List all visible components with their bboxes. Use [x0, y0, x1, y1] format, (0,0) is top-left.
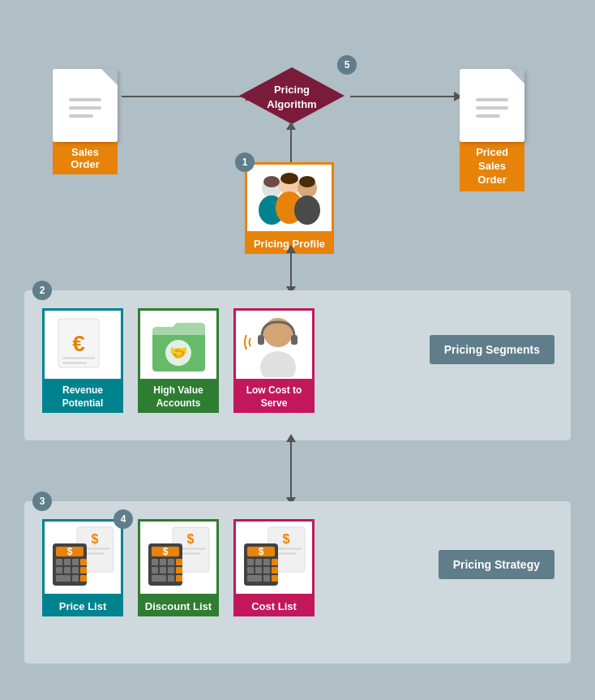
svg-rect-79: [272, 575, 278, 582]
priced-doc-lines-icon: [476, 97, 508, 122]
badge-4: 4: [113, 509, 133, 529]
svg-text:$: $: [162, 546, 168, 557]
svg-rect-53: [168, 559, 174, 565]
svg-rect-42: [72, 575, 79, 582]
priced-sales-order-node: Priced SalesOrder: [460, 69, 524, 191]
calc-doc-teal-icon: $ $: [49, 523, 118, 592]
svg-rect-2: [69, 114, 93, 118]
svg-text:$: $: [282, 532, 289, 546]
discount-list-label: Discount List: [138, 596, 219, 616]
svg-rect-37: [56, 567, 62, 573]
arrow-s2-to-s3: [290, 440, 292, 499]
svg-rect-35: [72, 559, 79, 565]
svg-rect-78: [263, 575, 270, 582]
svg-text:$: $: [258, 546, 263, 557]
sales-order-icon: [53, 69, 118, 142]
svg-rect-70: [255, 559, 262, 565]
svg-rect-34: [64, 559, 71, 565]
pricing-segments-section: 2 € RevenuePotential: [24, 290, 571, 440]
svg-rect-41: [56, 575, 71, 582]
svg-point-23: [260, 351, 296, 377]
svg-rect-77: [247, 575, 262, 582]
cost-list-icon: $ $: [233, 519, 315, 596]
svg-rect-18: [62, 357, 95, 359]
price-list-label: Price List: [42, 596, 123, 616]
svg-point-14: [280, 173, 298, 184]
euro-doc-icon: €: [54, 315, 111, 376]
svg-rect-0: [69, 98, 101, 101]
diamond-shape: [235, 63, 349, 128]
badge-3: 3: [32, 492, 52, 511]
svg-rect-76: [272, 567, 278, 573]
calc-doc-green-icon: $ $: [144, 523, 213, 592]
revenue-potential-label: RevenuePotential: [42, 381, 123, 413]
svg-rect-24: [258, 335, 264, 345]
svg-rect-6: [476, 114, 500, 118]
pricing-profile-icon: [245, 162, 334, 234]
svg-text:€: €: [72, 331, 85, 356]
arrow-pa-to-pso: [350, 96, 456, 97]
low-cost-to-serve-icon: [233, 308, 315, 381]
svg-rect-36: [80, 559, 87, 565]
svg-rect-55: [152, 567, 158, 573]
pricing-profile-node: 1 Pricing Profile: [245, 162, 334, 254]
svg-rect-33: [56, 559, 62, 565]
svg-rect-74: [255, 567, 262, 573]
badge-2: 2: [32, 281, 52, 300]
svg-rect-1: [69, 106, 101, 110]
price-list-icon: $ $: [42, 519, 123, 596]
svg-point-12: [294, 195, 320, 225]
svg-point-13: [263, 176, 280, 187]
discount-list-icon: $ $: [138, 519, 219, 596]
svg-rect-39: [72, 567, 79, 573]
svg-text:$: $: [186, 532, 194, 546]
svg-rect-40: [80, 567, 87, 573]
price-list-card: 4 $ $: [42, 519, 123, 616]
svg-rect-60: [168, 575, 174, 582]
svg-rect-25: [291, 335, 298, 345]
svg-rect-73: [247, 567, 254, 573]
badge-1: 1: [235, 152, 255, 172]
svg-rect-75: [263, 567, 270, 573]
svg-rect-57: [168, 567, 174, 573]
headset-person-icon: [244, 312, 305, 377]
cost-list-card: $ $: [233, 519, 315, 616]
svg-text:🤝: 🤝: [169, 344, 188, 362]
svg-rect-51: [152, 559, 158, 565]
doc-lines-icon: [69, 97, 101, 122]
svg-text:$: $: [91, 532, 98, 546]
high-value-accounts-label: High ValueAccounts: [138, 381, 219, 413]
svg-rect-69: [247, 559, 254, 565]
priced-sales-order-icon: [460, 69, 524, 142]
svg-text:$: $: [66, 546, 72, 557]
svg-rect-19: [62, 362, 87, 364]
svg-point-15: [299, 176, 315, 187]
high-value-accounts-icon: 🤝: [138, 308, 219, 381]
calc-doc-pink-icon: $ $: [240, 523, 309, 592]
sales-order-label: Sales Order: [53, 142, 118, 174]
high-value-accounts-card: 🤝 High ValueAccounts: [138, 308, 219, 413]
badge-5: 5: [337, 55, 357, 75]
svg-rect-43: [80, 575, 87, 582]
cost-list-label: Cost List: [233, 596, 315, 616]
discount-list-card: $ $: [138, 519, 219, 616]
svg-rect-61: [176, 575, 182, 582]
svg-rect-59: [152, 575, 166, 582]
revenue-potential-icon: €: [42, 308, 123, 381]
people-icon: [249, 165, 330, 230]
svg-marker-3: [239, 67, 345, 124]
priced-sales-order-label: Priced SalesOrder: [460, 142, 524, 191]
svg-rect-58: [176, 567, 182, 573]
low-cost-to-serve-label: Low Cost toServe: [233, 381, 315, 413]
arrow-pp-to-s2: [290, 251, 292, 288]
arrow-so-to-pa: [122, 96, 247, 97]
svg-rect-5: [476, 106, 508, 110]
folder-handshake-icon: 🤝: [148, 315, 209, 376]
svg-rect-4: [476, 98, 508, 101]
svg-rect-56: [160, 567, 166, 573]
low-cost-to-serve-card: Low Cost toServe: [233, 308, 315, 413]
svg-rect-71: [263, 559, 270, 565]
main-diagram: Sales Order 5 PricingAlgorithm Priced S: [0, 0, 595, 700]
sales-order-node: Sales Order: [53, 69, 118, 174]
svg-rect-72: [272, 559, 278, 565]
